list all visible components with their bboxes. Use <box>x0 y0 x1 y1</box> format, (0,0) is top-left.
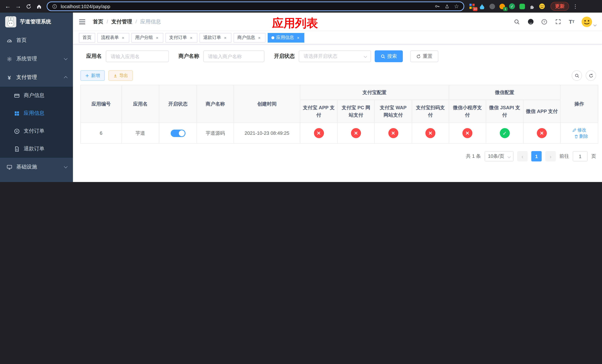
dashboard-icon <box>6 38 13 43</box>
next-page-button[interactable] <box>545 151 556 161</box>
reset-button[interactable]: 重置 <box>410 50 438 62</box>
app-name-input[interactable] <box>106 50 169 62</box>
tab-pay-orders[interactable]: 支付订单 <box>165 33 197 43</box>
close-icon[interactable] <box>296 35 301 40</box>
extensions-puzzle-icon[interactable] <box>529 3 535 10</box>
extension-chat-icon[interactable] <box>519 3 525 10</box>
tab-user-group[interactable]: 用户分组 <box>131 33 163 43</box>
browser-refresh-icon[interactable] <box>24 1 33 11</box>
alipay-pc-status-icon <box>351 128 361 138</box>
status-select[interactable]: 请选择开启状态 <box>299 50 371 62</box>
merchant-name-input[interactable] <box>203 50 264 62</box>
sidebar-collapse-icon[interactable] <box>79 18 86 25</box>
sidebar-item-home[interactable]: 首页 <box>0 31 73 50</box>
close-icon[interactable] <box>121 35 126 40</box>
close-icon[interactable] <box>223 35 228 40</box>
tab-label: 退款订单 <box>203 34 221 41</box>
toggle-search-icon[interactable] <box>572 70 582 81</box>
export-button[interactable]: 导出 <box>108 70 133 81</box>
close-icon[interactable] <box>155 35 160 40</box>
site-info-icon[interactable] <box>51 3 58 10</box>
page-header: 首页 支付管理 应用信息 应用列表 ? <box>73 13 602 31</box>
sidebar-item-app-info[interactable]: 应用信息 <box>0 104 73 122</box>
extension-dark-circle-icon[interactable] <box>489 3 495 10</box>
sidebar-item-infrastructure[interactable]: 基础设施 <box>0 158 73 176</box>
extension-badge: 1 <box>503 7 508 11</box>
col-created: 创建时间 <box>234 85 300 123</box>
question-icon[interactable]: ? <box>540 18 548 26</box>
breadcrumb-home[interactable]: 首页 <box>93 18 103 25</box>
status-toggle[interactable] <box>171 129 185 137</box>
password-key-icon[interactable] <box>434 3 441 10</box>
tab-home[interactable]: 首页 <box>79 33 95 43</box>
goto-page-input[interactable] <box>573 151 588 161</box>
address-bar[interactable]: localhost:1024/pay/app <box>47 1 464 11</box>
tab-refund-orders[interactable]: 退款订单 <box>200 33 231 43</box>
delete-link[interactable]: 删除 <box>574 133 588 139</box>
browser-back-icon[interactable] <box>3 1 13 11</box>
bookmark-star-icon[interactable] <box>453 3 460 10</box>
refresh-table-icon[interactable] <box>586 70 596 81</box>
sidebar-item-label: 基础设施 <box>16 164 37 170</box>
col-app-name: 应用名 <box>122 85 159 123</box>
extension-avatar-icon[interactable]: 1 <box>499 3 505 10</box>
profile-face-icon[interactable] <box>539 3 545 10</box>
refresh-icon <box>416 54 421 59</box>
data-table: 应用编号 应用名 开启状态 商户名称 创建时间 支付宝配置 微信配置 操作 支付… <box>73 81 602 144</box>
url-text[interactable]: localhost:1024/pay/app <box>61 3 431 9</box>
extension-green-check-icon[interactable] <box>509 3 515 10</box>
browser-toolbar: localhost:1024/pay/app 10 1 <box>0 0 602 13</box>
tab-merchant-info[interactable]: 商户信息 <box>234 33 266 43</box>
breadcrumb-current: 应用信息 <box>132 18 161 25</box>
total-count-text: 共 1 条 <box>466 153 481 160</box>
sidebar-item-label: 支付订单 <box>24 128 44 134</box>
search-icon[interactable] <box>513 18 521 26</box>
edit-pencil-icon <box>572 128 576 132</box>
browser-update-button[interactable]: 更新 <box>550 2 569 11</box>
page-number-button[interactable]: 1 <box>531 151 542 161</box>
close-icon[interactable] <box>189 35 194 40</box>
extension-droplet-icon[interactable] <box>479 3 485 10</box>
edit-link[interactable]: 修改 <box>572 127 586 133</box>
cell-app-id: 6 <box>81 123 122 143</box>
app-logo: 芋道管理系统 <box>0 13 73 31</box>
sidebar-item-pay-orders[interactable]: 支付订单 <box>0 122 73 140</box>
share-icon[interactable] <box>443 3 450 10</box>
col-alipay-qr: 支付宝扫码支付 <box>412 100 449 123</box>
download-icon <box>113 74 117 78</box>
extension-badge: 10 <box>473 7 478 11</box>
sidebar-item-dev-tools[interactable]: 研发工具 <box>0 176 73 182</box>
tab-label: 商户信息 <box>237 34 255 41</box>
page-size-select[interactable]: 10条/页 <box>485 151 514 161</box>
col-alipay-app: 支付宝 APP 支付 <box>300 100 337 123</box>
sidebar-item-system[interactable]: 系统管理 <box>0 50 73 68</box>
page-title: 应用列表 <box>272 16 318 31</box>
prev-page-button[interactable] <box>517 151 527 161</box>
github-icon[interactable] <box>527 18 535 26</box>
browser-home-icon[interactable] <box>34 1 44 11</box>
breadcrumb-payment[interactable]: 支付管理 <box>103 18 132 25</box>
delete-link-label: 删除 <box>579 133 588 139</box>
merchant-name-label: 商户名称 <box>178 53 199 60</box>
font-size-icon[interactable] <box>568 18 576 26</box>
sidebar-item-payment[interactable]: ¥ 支付管理 <box>0 68 73 87</box>
tab-process-form[interactable]: 流程表单 <box>97 33 129 43</box>
chevron-down-icon <box>64 56 68 60</box>
col-group-wechat: 微信配置 <box>449 85 560 100</box>
tab-app-info[interactable]: 应用信息 <box>268 33 304 43</box>
svg-text:?: ? <box>543 20 545 23</box>
add-button[interactable]: 新增 <box>80 70 105 81</box>
sidebar-item-merchant-info[interactable]: 商户信息 <box>0 87 73 104</box>
fullscreen-icon[interactable] <box>554 18 562 26</box>
user-avatar[interactable] <box>581 16 596 27</box>
close-icon[interactable] <box>257 35 262 40</box>
application-window: localhost:1024/pay/app 10 1 <box>0 0 602 182</box>
sidebar-item-refund-orders[interactable]: 退款订单 <box>0 140 73 158</box>
tab-label: 用户分组 <box>135 34 153 41</box>
search-button[interactable]: 搜索 <box>375 50 403 62</box>
extension-grid-icon[interactable]: 10 <box>469 3 475 10</box>
tab-label: 支付订单 <box>169 34 187 41</box>
browser-forward-icon[interactable] <box>13 1 23 11</box>
browser-menu-icon[interactable] <box>572 3 579 9</box>
breadcrumb: 首页 支付管理 应用信息 <box>93 18 161 25</box>
